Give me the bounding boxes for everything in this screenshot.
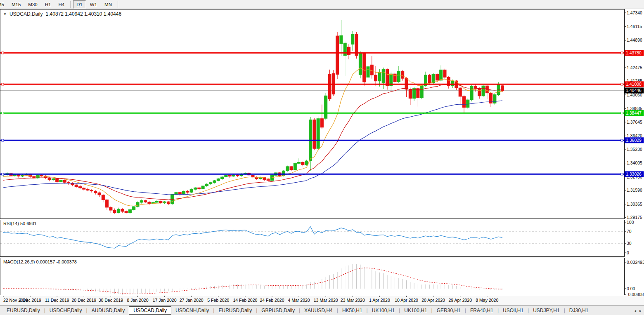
candle [128, 209, 131, 214]
candle-body [228, 175, 231, 176]
candle [324, 93, 327, 120]
candle-body [178, 193, 181, 194]
date-tick-label: 29 Apr 2020 [448, 298, 472, 303]
date-tick-label: 1 Apr 2020 [369, 298, 390, 303]
date-tick-label: 14 Feb 2020 [233, 298, 257, 303]
candle-body [186, 191, 189, 193]
line-handle[interactable] [2, 112, 4, 114]
line-handle[interactable] [621, 112, 623, 114]
candle [317, 116, 320, 151]
chart-tab-usdcad-daily[interactable]: USDCAD,Daily [129, 306, 171, 315]
timeframe-button-m15[interactable]: M15 [8, 0, 24, 9]
candle-body [102, 195, 104, 200]
candle-body [393, 74, 396, 82]
chart-tab-xauusd-h4[interactable]: XAUUSD,H4 [300, 306, 337, 315]
chart-tab-dj30-h1[interactable]: DJ30,H1 [565, 306, 593, 315]
toolbar-separator [118, 1, 118, 8]
candle-body [378, 73, 381, 81]
macd-tick-label: -0.008086 [627, 292, 644, 297]
candle-body [198, 188, 201, 189]
candle-body [86, 189, 89, 190]
candle-body [209, 183, 212, 184]
candle-body [428, 75, 431, 83]
candle-body [436, 74, 438, 80]
tab-scroll-left-icon[interactable]: ◂ [634, 308, 636, 313]
timeframe-button-w1[interactable]: W1 [87, 0, 100, 9]
line-handle[interactable] [2, 139, 4, 141]
timeframe-button-m30[interactable]: M30 [25, 0, 40, 9]
main-chart-panel [0, 9, 625, 219]
candle-body [286, 167, 289, 171]
candle-body [201, 186, 204, 189]
candle-body [140, 200, 143, 202]
candle-body [355, 34, 358, 56]
candle-body [348, 47, 350, 55]
chart-tab-ger30-h1[interactable]: GER30,H1 [433, 306, 465, 315]
candle-body [144, 200, 147, 202]
candle-body [363, 53, 366, 82]
candle-body [466, 100, 469, 107]
chart-tab-usoil-h1[interactable]: USOil,H1 [499, 306, 528, 315]
macd-indicator-label: MACD(12,26,9) 0.000157 -0.000378 [3, 259, 77, 264]
level-price-label-text: 1.36029 [626, 138, 642, 143]
candle [493, 94, 496, 105]
candle-body [324, 96, 327, 118]
symbol-dropdown-icon[interactable]: ▼ [3, 12, 7, 16]
candle-body [451, 81, 454, 86]
candle-body [156, 201, 159, 202]
chart-tab-usdchf-daily[interactable]: USDCHF,Daily [45, 306, 86, 315]
chart-tab-gbpusd-daily[interactable]: GBPUSD,Daily [257, 306, 299, 315]
chart-tab-audusd-daily[interactable]: AUDUSD,Daily [88, 306, 129, 315]
line-handle[interactable] [621, 173, 623, 175]
candle [201, 185, 204, 190]
candle [313, 118, 316, 150]
candle-body [305, 161, 308, 165]
candle-body [106, 200, 109, 207]
chart-tab-usdjpy-h1[interactable]: USDJPY,H1 [529, 306, 564, 315]
chart-tab-usdcnh-daily[interactable]: USDCNH,Daily [171, 306, 213, 315]
candle-body [409, 89, 412, 99]
timeframe-button-mn[interactable]: MN [101, 0, 115, 9]
line-handle[interactable] [2, 83, 4, 85]
date-tick-label: 13 Mar 2020 [314, 298, 338, 303]
chart-tab-hk50-h1[interactable]: HK50,H1 [338, 306, 367, 315]
candle [482, 85, 485, 97]
candle-body [236, 175, 239, 176]
line-handle[interactable] [2, 173, 4, 175]
date-tick-label: 30 Dec 2019 [99, 298, 123, 303]
candle [190, 188, 193, 193]
line-handle[interactable] [621, 52, 623, 54]
date-tick-label: 27 Jan 2020 [180, 298, 204, 303]
candle-body [351, 34, 354, 45]
date-tick-label: 24 Feb 2020 [260, 298, 284, 303]
candle-body [221, 177, 224, 179]
chart-tab-eurusd-daily[interactable]: EURUSD,Daily [2, 306, 44, 315]
candle-body [232, 175, 235, 176]
candle-body [75, 185, 78, 186]
candle-body [98, 193, 101, 195]
timeframe-button-d1[interactable]: D1 [73, 0, 86, 9]
chart-tab-uk100-h1[interactable]: UK100,H1 [368, 306, 399, 315]
line-handle[interactable] [621, 139, 623, 141]
chart-tab-uk100-h1[interactable]: UK100,H1 [400, 306, 431, 315]
timeframe-button-h4[interactable]: H4 [55, 0, 68, 9]
rsi-tick-label: 30 [627, 241, 632, 246]
chart-tab-eurusd-daily[interactable]: EURUSD,Daily [214, 306, 256, 315]
price-chart-canvas[interactable]: 1.473401.461151.448901.424751.412851.400… [0, 9, 644, 305]
price-axis[interactable]: 1.473401.461151.448901.424751.412851.400… [624, 10, 644, 297]
candle-body [133, 207, 135, 209]
candle [355, 32, 358, 59]
candle-body [320, 119, 323, 127]
chart-tab-fra40-h1[interactable]: FRA40,H1 [466, 306, 497, 315]
timeframe-button-m5[interactable]: M5 [0, 0, 7, 9]
candle-body [267, 179, 270, 180]
line-handle[interactable] [621, 83, 623, 85]
candle-body [59, 180, 62, 182]
candle-body [159, 201, 162, 203]
tab-scroll-right-icon[interactable]: ▸ [639, 308, 642, 313]
line-handle[interactable] [2, 52, 4, 54]
macd-tick-label: 0.032493 [627, 260, 644, 265]
timeframe-button-h1[interactable]: H1 [42, 0, 54, 9]
rsi-tick-label: 70 [627, 229, 632, 234]
chart-window[interactable]: 1.473401.461151.448901.424751.412851.400… [0, 9, 644, 305]
